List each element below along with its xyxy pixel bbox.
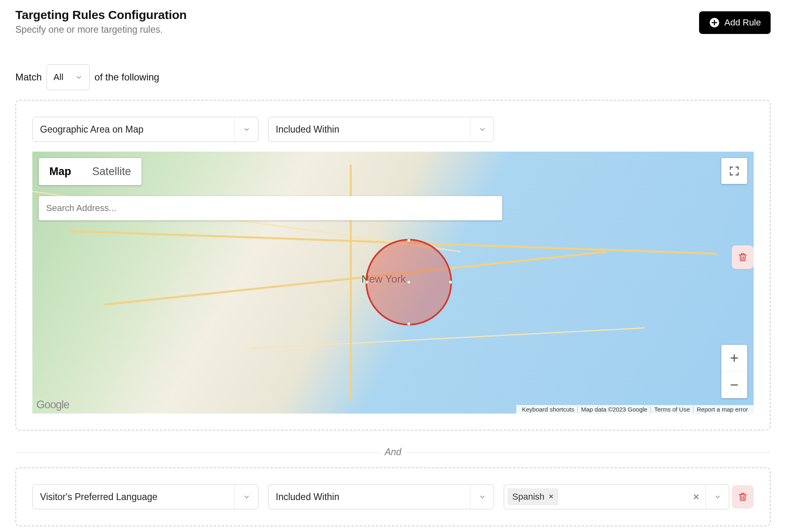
match-mode-select[interactable]: All <box>46 64 89 90</box>
map-zoom-controls: + − <box>721 345 747 398</box>
rule-field-select[interactable]: Visitor's Preferred Language <box>32 484 258 509</box>
add-rule-button[interactable]: Add Rule <box>699 11 771 34</box>
map-zoom-in-button[interactable]: + <box>721 345 747 372</box>
chevron-down-icon <box>243 493 251 501</box>
clear-all-button[interactable] <box>687 494 706 500</box>
map-search-input[interactable] <box>39 196 502 220</box>
map-radius-circle[interactable] <box>366 239 452 325</box>
map-zoom-out-button[interactable]: − <box>721 372 747 398</box>
map-attribution: Keyboard shortcuts Map data ©2023 Google… <box>516 405 754 414</box>
match-mode-value: All <box>53 72 63 82</box>
map-terms-link[interactable]: Terms of Use <box>651 406 693 413</box>
chevron-down-icon <box>714 493 722 501</box>
page-subtitle: Specify one or more targeting rules. <box>15 24 187 35</box>
close-icon <box>549 494 554 499</box>
rule-operator-select[interactable]: Included Within <box>268 484 494 509</box>
rule-card-language: Visitor's Preferred Language Included Wi… <box>15 467 771 526</box>
plus-circle-icon <box>709 17 720 28</box>
map-report-link[interactable]: Report a map error <box>693 406 751 413</box>
map-tab-satellite[interactable]: Satellite <box>82 158 142 185</box>
map-tab-map[interactable]: Map <box>39 158 82 185</box>
map-data-text: Map data ©2023 Google <box>578 406 651 413</box>
chevron-down-icon <box>478 125 486 133</box>
chevron-down-icon <box>243 125 251 133</box>
chevron-down-icon <box>75 73 83 81</box>
rule-card-geographic: Geographic Area on Map Included Within N… <box>15 100 771 431</box>
rule-field-select[interactable]: Geographic Area on Map <box>32 117 258 142</box>
rule-field-value: Geographic Area on Map <box>33 124 235 135</box>
rule-operator-value: Included Within <box>268 124 470 135</box>
map-keyboard-shortcuts-link[interactable]: Keyboard shortcuts <box>519 406 578 413</box>
trash-icon <box>737 251 748 263</box>
close-icon <box>693 494 699 500</box>
rule-operator-select[interactable]: Included Within <box>268 117 494 142</box>
match-suffix: of the following <box>95 72 159 83</box>
rule-separator-and: And <box>381 447 406 457</box>
delete-rule-button[interactable] <box>732 245 754 269</box>
chevron-down-icon <box>478 493 486 501</box>
match-prefix: Match <box>15 72 42 83</box>
google-logo: Google <box>36 399 69 411</box>
rule-field-value: Visitor's Preferred Language <box>33 492 235 502</box>
trash-icon <box>737 491 748 502</box>
map-type-switcher: Map Satellite <box>39 158 142 185</box>
map-fullscreen-button[interactable] <box>721 158 747 184</box>
selected-language-chip: Spanish <box>507 488 558 505</box>
page-title: Targeting Rules Configuration <box>15 8 187 22</box>
rule-operator-value: Included Within <box>268 492 470 502</box>
chip-label: Spanish <box>512 492 545 502</box>
add-rule-label: Add Rule <box>724 17 761 28</box>
delete-rule-button[interactable] <box>732 485 754 509</box>
rule-value-multiselect[interactable]: Spanish <box>504 484 729 509</box>
fullscreen-icon <box>729 166 740 176</box>
map-container[interactable]: New York Map Satellite + − Google Keyboa… <box>32 152 754 414</box>
chip-remove-button[interactable] <box>549 493 554 500</box>
